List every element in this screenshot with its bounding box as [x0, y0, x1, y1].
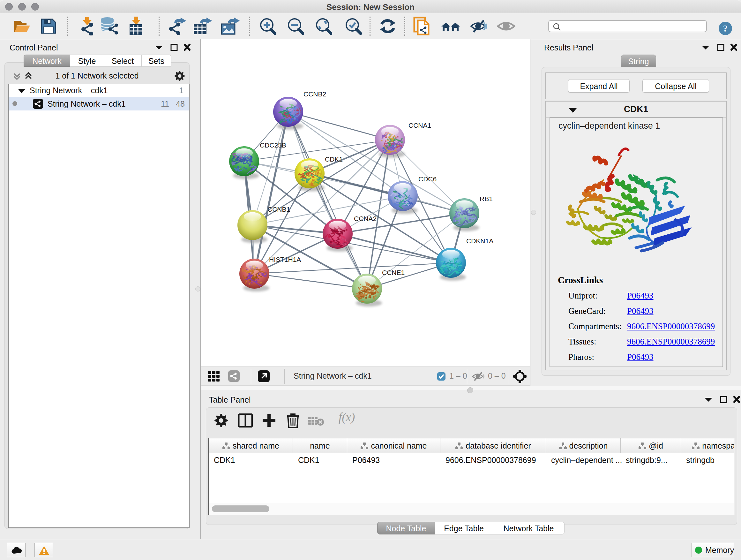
svg-text:CCNB1: CCNB1 — [267, 206, 290, 213]
svg-text:CCNA1: CCNA1 — [408, 122, 431, 129]
svg-text:CDC6: CDC6 — [418, 175, 436, 183]
svg-text:CCNE1: CCNE1 — [382, 269, 405, 276]
svg-text:CCNB2: CCNB2 — [304, 90, 326, 98]
svg-text:CDC25B: CDC25B — [260, 141, 286, 149]
svg-text:CDKN1A: CDKN1A — [466, 237, 493, 245]
svg-text:CDK1: CDK1 — [325, 155, 343, 163]
svg-text:RB1: RB1 — [480, 195, 493, 202]
svg-text:HIST1H1A: HIST1H1A — [269, 256, 301, 263]
svg-text:CCNA2: CCNA2 — [354, 215, 377, 222]
